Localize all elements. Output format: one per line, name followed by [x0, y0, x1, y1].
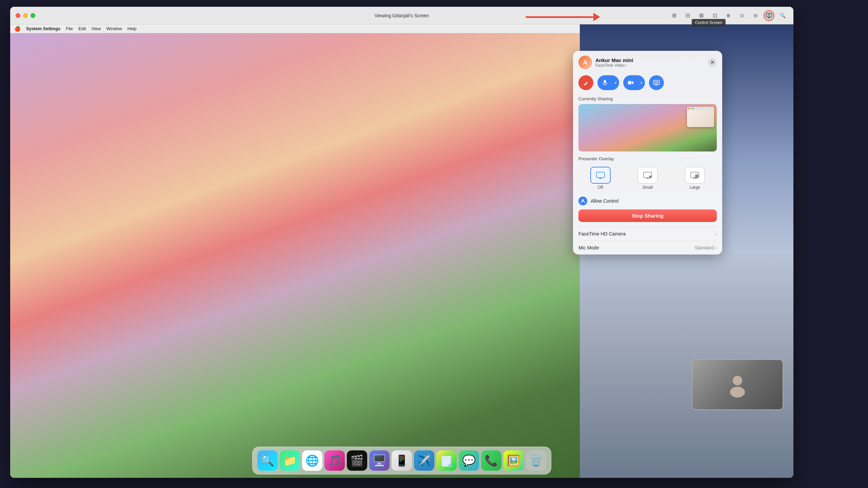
call-subtitle: FaceTime Video ›: [595, 63, 705, 68]
dock-music[interactable]: 🎵: [324, 450, 345, 471]
presenter-large-label: Large: [690, 185, 700, 190]
self-view-content: [692, 360, 783, 409]
camera-label: FaceTime HD Camera: [578, 231, 626, 237]
mini-dot-green: [692, 108, 694, 109]
dock-notes[interactable]: 🗒️: [436, 450, 457, 471]
control-row: ▾ ▾: [573, 73, 722, 95]
svg-rect-7: [628, 81, 631, 84]
dock: 🔍 📁 🌐 🎵 🎬 🖥️ 📱 ✈️ 🗒️ 💬 📞 🖼️ 🗑️: [252, 447, 551, 474]
dock-files[interactable]: 📁: [280, 450, 300, 471]
mic-caret-button[interactable]: ▾: [612, 75, 619, 90]
mic-mode-row[interactable]: Mic Mode Standard ›: [573, 241, 722, 255]
allow-control-label: Allow Control: [591, 198, 618, 204]
presenter-small-label: Small: [643, 185, 653, 190]
allow-control-row[interactable]: Allow Control: [573, 195, 722, 209]
svg-rect-0: [766, 13, 772, 17]
mic-mode-chevron-icon: ›: [715, 245, 717, 250]
desktop-area: [10, 33, 580, 478]
self-view-thumbnail: [692, 359, 783, 410]
mini-dot-red: [688, 108, 690, 109]
mic-mode-value: Standard: [695, 245, 714, 250]
allow-control-icon: [578, 197, 587, 205]
toolbar-icons: ⊞ ⊟ ⊠ ⊡ ⊕ ⊙ ⊖ 🔍: [669, 10, 788, 21]
mini-preview-inner: [687, 107, 714, 127]
inner-menu-edit[interactable]: Edit: [78, 26, 86, 31]
presenter-option-off[interactable]: Off: [578, 167, 622, 190]
video-button[interactable]: [623, 75, 638, 90]
svg-point-21: [695, 175, 698, 178]
title-bar: Viewing Gitanjali's Screen ⊞ ⊟ ⊠ ⊡ ⊕ ⊙ ⊖…: [10, 7, 793, 24]
dock-messages[interactable]: 💬: [459, 450, 479, 471]
inner-menu-help[interactable]: Help: [127, 26, 137, 31]
presenter-overlay-label: Presenter Overlay: [578, 156, 717, 164]
control-screen-button[interactable]: [764, 10, 774, 21]
toolbar-btn-zoom-out[interactable]: ⊖: [750, 10, 761, 21]
presenter-option-large[interactable]: Large: [673, 167, 717, 190]
inner-menu-system-settings[interactable]: System Settings: [26, 26, 60, 31]
traffic-lights: [16, 13, 35, 18]
mic-button-group: ▾: [597, 75, 619, 90]
mic-button[interactable]: [597, 75, 612, 90]
panel-header: A Ankur Mac mini FaceTime Video › ✕: [573, 51, 722, 73]
chevron-right-icon: ›: [626, 63, 627, 67]
toolbar-btn-zoom-fit[interactable]: ⊙: [736, 10, 747, 21]
svg-point-4: [730, 387, 745, 398]
sharing-preview-overlay: [687, 107, 714, 127]
toolbar-btn-1[interactable]: ⊞: [669, 10, 679, 21]
svg-rect-11: [654, 81, 658, 83]
video-button-group: ▾: [623, 75, 645, 90]
presenter-option-small[interactable]: Small: [626, 167, 669, 190]
svg-point-16: [649, 176, 652, 178]
stop-sharing-button[interactable]: Stop Sharing: [578, 209, 717, 222]
main-window: Viewing Gitanjali's Screen ⊞ ⊟ ⊠ ⊡ ⊕ ⊙ ⊖…: [10, 7, 793, 478]
presenter-off-label: Off: [598, 185, 603, 190]
dock-screensharing[interactable]: 🖥️: [369, 450, 390, 471]
dock-airdrop[interactable]: ✈️: [414, 450, 434, 471]
presenter-overlay-section: Presenter Overlay Off: [573, 156, 722, 195]
minimize-button[interactable]: [23, 13, 28, 18]
dock-trash[interactable]: 🗑️: [526, 450, 546, 471]
svg-point-24: [582, 199, 584, 201]
screen-share-button[interactable]: [649, 75, 664, 90]
panel-title-group: Ankur Mac mini FaceTime Video ›: [595, 57, 705, 68]
svg-rect-12: [596, 172, 605, 178]
camera-chevron-icon: ›: [715, 231, 717, 237]
toolbar-btn-search[interactable]: 🔍: [777, 10, 788, 21]
camera-row[interactable]: FaceTime HD Camera ›: [573, 227, 722, 241]
mini-window-bar: [687, 107, 714, 110]
svg-rect-5: [604, 80, 606, 83]
dock-photos[interactable]: 🖼️: [504, 450, 524, 471]
close-button[interactable]: [16, 13, 20, 18]
mic-mode-label: Mic Mode: [578, 245, 599, 250]
inner-menu-view[interactable]: View: [92, 26, 101, 31]
panel-avatar: A: [578, 56, 592, 69]
mini-dot-yellow: [690, 108, 692, 109]
facetime-panel: A Ankur Mac mini FaceTime Video › ✕: [573, 51, 722, 255]
presenter-off-icon: [590, 167, 611, 184]
dock-chrome[interactable]: 🌐: [302, 450, 322, 471]
window-title: Viewing Gitanjali's Screen: [374, 13, 429, 18]
desktop-wallpaper: [10, 33, 580, 478]
svg-point-3: [733, 376, 742, 385]
control-screen-tooltip: Control Screen: [692, 19, 726, 26]
currently-sharing-label: Currently Sharing: [573, 95, 722, 104]
toolbar-btn-2[interactable]: ⊟: [682, 10, 693, 21]
maximize-button[interactable]: [31, 13, 35, 18]
presenter-options: Off Small: [578, 167, 717, 190]
inner-menu-window[interactable]: Window: [106, 26, 122, 31]
dock-facetime[interactable]: 📞: [481, 450, 501, 471]
mic-mode-value-group: Standard ›: [695, 245, 717, 250]
dock-iphone-mirror[interactable]: 📱: [392, 450, 412, 471]
panel-close-button[interactable]: ✕: [708, 58, 717, 67]
presenter-large-icon: [685, 167, 705, 184]
apple-menu-icon[interactable]: 🍎: [14, 26, 21, 32]
end-call-button[interactable]: [578, 75, 593, 90]
dock-finder[interactable]: 🔍: [257, 450, 278, 471]
video-caret-button[interactable]: ▾: [637, 75, 645, 90]
dock-tv[interactable]: 🎬: [347, 450, 367, 471]
sharing-preview: [578, 104, 717, 151]
device-name: Ankur Mac mini: [595, 57, 705, 63]
inner-menu-file[interactable]: File: [66, 26, 73, 31]
presenter-small-icon: [637, 167, 658, 184]
